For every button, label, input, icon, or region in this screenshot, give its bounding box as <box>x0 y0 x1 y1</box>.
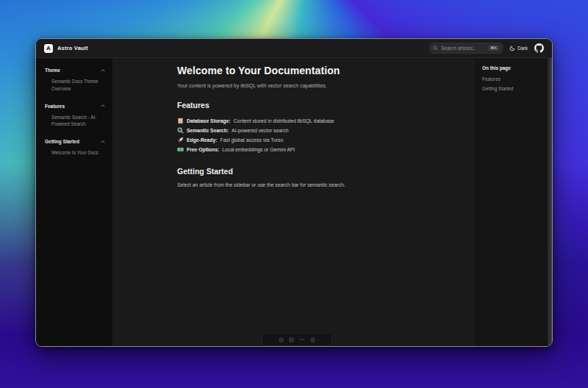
scrollbar[interactable] <box>548 58 552 346</box>
sidebar-section-features-header[interactable]: Features <box>45 104 105 109</box>
left-sidebar: Theme Semantic Docs Theme Overview Featu… <box>36 58 112 346</box>
feature-text: Content stored in distributed libSQL dat… <box>234 118 334 123</box>
dock-app-icon[interactable] <box>289 337 294 342</box>
app-window: A Astro Vault Search articles... ⌘K Dark <box>35 38 553 347</box>
sidebar-section-label: Getting Started <box>45 139 79 144</box>
search-placeholder: Search articles... <box>441 46 485 51</box>
feature-label: Free Options: <box>187 147 219 152</box>
feature-label: Semantic Search: <box>187 128 229 133</box>
app-header: A Astro Vault Search articles... ⌘K Dark <box>36 39 552 58</box>
on-this-page-panel: On this page Features Getting Started <box>475 58 548 346</box>
theme-toggle-label: Dark <box>517 46 528 51</box>
chevron-up-icon <box>101 140 105 143</box>
chevron-up-icon <box>101 69 105 72</box>
file-cabinet-icon <box>177 118 184 124</box>
github-icon <box>534 43 544 53</box>
page-title: Welcome to Your Documentation <box>177 65 460 76</box>
list-item: Edge-Ready: Fast global access via Turso <box>177 135 460 145</box>
features-heading: Features <box>177 101 460 109</box>
sidebar-section-label: Theme <box>45 68 60 73</box>
feature-label: Edge-Ready: <box>187 137 218 143</box>
feature-text: AI-powered vector search <box>232 128 288 133</box>
sidebar-section-label: Features <box>45 104 65 109</box>
intro-text: Your content is powered by libSQL with v… <box>177 83 460 88</box>
toc-link-features[interactable]: Features <box>482 76 542 82</box>
dock-app-icon[interactable] <box>279 337 284 342</box>
app-title: Astro Vault <box>57 45 88 51</box>
feature-label: Database Storage: <box>187 118 231 123</box>
moon-icon <box>509 46 515 51</box>
toc-title: On this page <box>482 65 542 71</box>
sidebar-section-features: Features Semantic Search - AI-Powered Se… <box>45 104 105 129</box>
search-shortcut-badge: ⌘K <box>488 46 499 51</box>
sidebar-item-semantic-search[interactable]: Semantic Search - AI-Powered Search <box>45 114 105 129</box>
dollar-banknote-icon <box>177 146 184 153</box>
main-content: Welcome to Your Documentation Your conte… <box>112 58 475 346</box>
dock-app-icon[interactable] <box>310 337 315 342</box>
list-item: Database Storage: Content stored in dist… <box>177 116 460 126</box>
rocket-icon <box>177 137 184 143</box>
window-body: Theme Semantic Docs Theme Overview Featu… <box>36 58 552 346</box>
sidebar-section-theme: Theme Semantic Docs Theme Overview <box>45 68 105 93</box>
feature-text: Fast global access via Turso <box>220 137 284 143</box>
sidebar-section-theme-header[interactable]: Theme <box>45 68 105 73</box>
getting-started-heading: Getting Started <box>177 167 460 176</box>
chevron-up-icon <box>101 104 105 107</box>
theme-toggle-button[interactable]: Dark <box>509 46 528 51</box>
search-input[interactable]: Search articles... ⌘K <box>429 43 503 54</box>
toc-link-getting-started[interactable]: Getting Started <box>482 86 542 91</box>
github-link[interactable] <box>534 43 544 53</box>
features-list: Database Storage: Content stored in dist… <box>177 116 460 154</box>
dock[interactable] <box>262 333 332 346</box>
magnifying-glass-icon <box>177 127 184 134</box>
sidebar-section-getting-started: Getting Started Welcome to Your Docs <box>45 139 105 157</box>
feature-text: Local embeddings or Gemini API <box>222 147 295 152</box>
app-logo: A <box>44 44 53 53</box>
list-item: Semantic Search: AI-powered vector searc… <box>177 126 460 135</box>
getting-started-text: Select an article from the sidebar or us… <box>177 182 460 187</box>
dock-separator <box>299 339 305 340</box>
search-icon <box>433 46 438 51</box>
list-item: Free Options: Local embeddings or Gemini… <box>177 145 460 154</box>
sidebar-section-getting-started-header[interactable]: Getting Started <box>45 139 105 144</box>
sidebar-item-welcome-to-your-docs[interactable]: Welcome to Your Docs <box>45 149 105 157</box>
sidebar-item-semantic-docs-theme-overview[interactable]: Semantic Docs Theme Overview <box>45 78 105 93</box>
